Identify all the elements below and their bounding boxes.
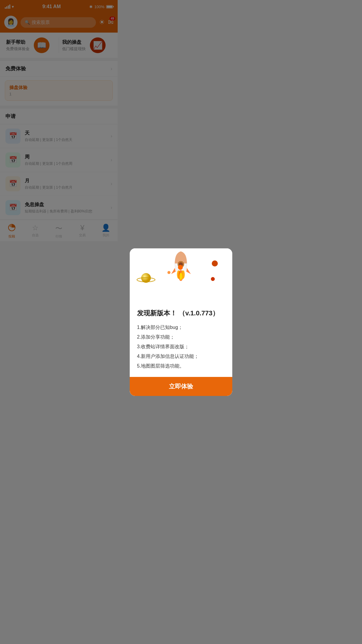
modal-overlay[interactable]: 发现新版本！ （v.1.0.773） 1.解决部分已知bug； 2.添加分享功能… bbox=[0, 0, 118, 255]
